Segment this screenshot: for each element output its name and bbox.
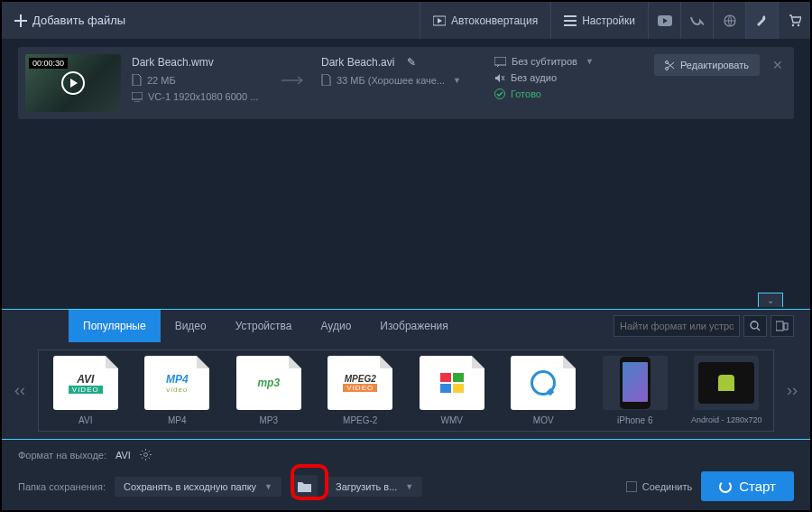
cart-icon[interactable] <box>778 2 810 39</box>
format-mov[interactable]: MOV <box>503 356 586 425</box>
format-search-input[interactable] <box>614 315 740 337</box>
vk-icon[interactable] <box>680 2 713 39</box>
android-tablet-icon <box>698 362 754 404</box>
audio-dropdown[interactable]: Без аудио <box>494 72 621 83</box>
folder-icon <box>298 481 311 492</box>
source-codec: VC-1 1920x1080 6000 ... <box>148 91 258 102</box>
status-text: Готово <box>511 88 541 99</box>
tab-devices[interactable]: Устройства <box>221 310 307 342</box>
plus-icon <box>14 14 27 27</box>
file-list: 00:00:30 Dark Beach.wmv 22 МБ VC-1 1920x… <box>2 40 810 126</box>
format-iphone6[interactable]: iPhone 6 <box>594 356 677 425</box>
tab-images[interactable]: Изображения <box>365 310 462 342</box>
output-format-label: Формат на выходе: <box>18 450 106 461</box>
output-size-quality[interactable]: 33 МБ (Хорошее каче... <box>337 75 445 86</box>
add-files-button[interactable]: Добавить файлы <box>2 14 138 27</box>
autoconvert-button[interactable]: Автоконвертация <box>420 2 550 39</box>
format-settings-button[interactable] <box>140 449 152 461</box>
video-thumbnail[interactable]: 00:00:30 <box>25 54 121 112</box>
app-header: Добавить файлы Автоконвертация Настройки <box>2 2 810 40</box>
play-icon[interactable] <box>61 71 85 95</box>
format-avi[interactable]: AVIVIDEO AVI <box>44 356 127 425</box>
save-folder-dropdown[interactable]: Сохранять в исходную папку▼ <box>115 477 281 497</box>
output-filename: Dark Beach.avi <box>321 56 394 69</box>
scissors-icon <box>665 61 675 70</box>
resolution-icon <box>132 92 143 102</box>
start-button[interactable]: Старт <box>701 471 794 501</box>
file-row[interactable]: 00:00:30 Dark Beach.wmv 22 МБ VC-1 1920x… <box>18 47 794 119</box>
svg-rect-11 <box>776 321 783 330</box>
format-mpeg2[interactable]: MPEG2VIDEO MPEG-2 <box>319 356 402 425</box>
svg-rect-5 <box>132 92 143 99</box>
format-panel: Популярные Видео Устройства Аудио Изобра… <box>2 309 810 440</box>
hamburger-icon <box>564 15 577 26</box>
format-android[interactable]: Android - 1280x720 <box>686 356 769 425</box>
tab-audio[interactable]: Аудио <box>306 310 365 342</box>
check-circle-icon <box>494 88 505 99</box>
arrow-icon <box>278 54 310 85</box>
search-icon[interactable] <box>743 315 767 337</box>
format-wmv[interactable]: WMV <box>411 356 494 425</box>
refresh-icon <box>719 480 732 493</box>
svg-point-3 <box>791 23 793 25</box>
globe-icon[interactable] <box>713 2 745 39</box>
add-files-label: Добавить файлы <box>32 14 125 27</box>
rename-icon[interactable]: ✎ <box>407 56 416 69</box>
format-tabs: Популярные Видео Устройства Аудио Изобра… <box>2 310 810 342</box>
format-mp3[interactable]: mp3 MP3 <box>227 356 310 425</box>
file-icon <box>132 74 142 86</box>
browse-folder-button[interactable] <box>291 475 318 498</box>
settings-button[interactable]: Настройки <box>550 2 648 39</box>
save-folder-label: Папка сохранения: <box>18 481 106 492</box>
tab-popular[interactable]: Популярные <box>69 310 161 342</box>
svg-rect-12 <box>784 323 788 330</box>
youtube-icon[interactable] <box>648 2 680 39</box>
iphone-icon <box>620 357 651 409</box>
svg-point-4 <box>797 23 798 25</box>
format-mp4[interactable]: MP4video MP4 <box>136 356 219 425</box>
svg-point-13 <box>143 453 147 457</box>
upload-to-dropdown[interactable]: Загрузить в...▼ <box>327 477 422 497</box>
collapse-panel-button[interactable]: ⌄ <box>758 293 783 307</box>
autoconvert-icon <box>433 15 446 26</box>
windows-icon <box>440 373 464 393</box>
formats-prev-button[interactable]: ‹‹ <box>2 381 38 400</box>
settings-label: Настройки <box>582 14 635 27</box>
merge-checkbox[interactable]: Соединить <box>626 481 693 492</box>
source-filename: Dark Beach.wmv <box>132 56 267 69</box>
formats-next-button[interactable]: ›› <box>774 381 810 400</box>
detect-device-icon[interactable] <box>770 315 794 337</box>
quicktime-icon <box>531 370 556 396</box>
duration-badge: 00:00:30 <box>29 58 68 69</box>
svg-rect-6 <box>494 57 506 65</box>
audio-icon <box>494 73 505 83</box>
bottom-bar: Формат на выходе: AVI Папка сохранения: … <box>2 440 810 510</box>
subtitles-dropdown[interactable]: Без субтитров▼ <box>494 56 621 67</box>
edit-button[interactable]: Редактировать <box>654 54 760 76</box>
subtitle-icon <box>494 57 506 67</box>
remove-file-button[interactable]: ✕ <box>769 54 787 76</box>
svg-point-10 <box>751 321 758 329</box>
file-icon <box>321 74 331 86</box>
wrench-icon[interactable] <box>745 2 778 39</box>
autoconvert-label: Автоконвертация <box>451 14 538 27</box>
formats-list: AVIVIDEO AVI MP4video MP4 mp3 MP3 MPEG2V… <box>38 349 774 432</box>
tab-video[interactable]: Видео <box>161 310 221 342</box>
output-format-value: AVI <box>115 450 131 461</box>
source-size: 22 МБ <box>147 75 176 86</box>
